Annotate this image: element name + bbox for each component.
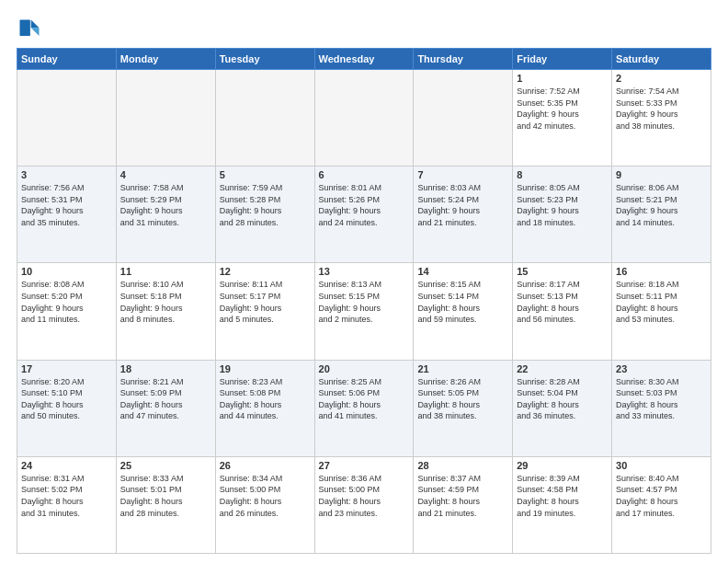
calendar-cell: 14Sunrise: 8:15 AM Sunset: 5:14 PM Dayli… <box>414 263 513 360</box>
day-info: Sunrise: 8:01 AM Sunset: 5:26 PM Dayligh… <box>319 182 410 228</box>
day-info: Sunrise: 8:40 AM Sunset: 4:57 PM Dayligh… <box>616 473 707 519</box>
calendar-cell: 24Sunrise: 8:31 AM Sunset: 5:02 PM Dayli… <box>17 456 117 553</box>
day-number: 15 <box>517 266 608 277</box>
day-info: Sunrise: 7:54 AM Sunset: 5:33 PM Dayligh… <box>616 86 707 132</box>
day-info: Sunrise: 8:37 AM Sunset: 4:59 PM Dayligh… <box>417 473 508 519</box>
calendar-cell: 11Sunrise: 8:10 AM Sunset: 5:18 PM Dayli… <box>116 263 215 360</box>
week-row-3: 10Sunrise: 8:08 AM Sunset: 5:20 PM Dayli… <box>17 263 711 360</box>
weekday-header-saturday: Saturday <box>612 49 711 70</box>
day-info: Sunrise: 8:31 AM Sunset: 5:02 PM Dayligh… <box>21 473 112 519</box>
day-info: Sunrise: 8:13 AM Sunset: 5:15 PM Dayligh… <box>319 279 410 325</box>
week-row-1: 1Sunrise: 7:52 AM Sunset: 5:35 PM Daylig… <box>17 70 711 167</box>
logo-icon <box>17 17 42 42</box>
week-row-2: 3Sunrise: 7:56 AM Sunset: 5:31 PM Daylig… <box>17 167 711 263</box>
calendar-cell: 19Sunrise: 8:23 AM Sunset: 5:08 PM Dayli… <box>215 360 314 456</box>
calendar-cell: 17Sunrise: 8:20 AM Sunset: 5:10 PM Dayli… <box>17 360 117 456</box>
week-row-4: 17Sunrise: 8:20 AM Sunset: 5:10 PM Dayli… <box>17 360 711 456</box>
weekday-header-tuesday: Tuesday <box>215 49 314 70</box>
day-info: Sunrise: 8:20 AM Sunset: 5:10 PM Dayligh… <box>21 376 112 422</box>
day-info: Sunrise: 8:25 AM Sunset: 5:06 PM Dayligh… <box>319 376 410 422</box>
day-number: 18 <box>120 363 211 374</box>
day-info: Sunrise: 8:05 AM Sunset: 5:23 PM Dayligh… <box>517 182 608 228</box>
calendar-cell: 28Sunrise: 8:37 AM Sunset: 4:59 PM Dayli… <box>414 456 513 553</box>
day-info: Sunrise: 7:52 AM Sunset: 5:35 PM Dayligh… <box>517 86 608 132</box>
calendar-cell <box>215 70 314 167</box>
day-info: Sunrise: 8:18 AM Sunset: 5:11 PM Dayligh… <box>616 279 707 325</box>
day-info: Sunrise: 7:58 AM Sunset: 5:29 PM Dayligh… <box>120 182 211 228</box>
day-number: 28 <box>417 460 508 471</box>
calendar-cell: 21Sunrise: 8:26 AM Sunset: 5:05 PM Dayli… <box>414 360 513 456</box>
calendar-cell: 1Sunrise: 7:52 AM Sunset: 5:35 PM Daylig… <box>513 70 612 167</box>
day-number: 20 <box>319 363 410 374</box>
day-number: 12 <box>220 266 311 277</box>
calendar-cell: 23Sunrise: 8:30 AM Sunset: 5:03 PM Dayli… <box>612 360 711 456</box>
week-row-5: 24Sunrise: 8:31 AM Sunset: 5:02 PM Dayli… <box>17 456 711 553</box>
day-number: 1 <box>517 73 608 84</box>
day-number: 17 <box>21 363 112 374</box>
day-number: 22 <box>517 363 608 374</box>
calendar-cell: 2Sunrise: 7:54 AM Sunset: 5:33 PM Daylig… <box>612 70 711 167</box>
calendar-cell <box>17 70 117 167</box>
day-info: Sunrise: 8:36 AM Sunset: 5:00 PM Dayligh… <box>319 473 410 519</box>
calendar-cell: 9Sunrise: 8:06 AM Sunset: 5:21 PM Daylig… <box>612 167 711 263</box>
day-number: 11 <box>120 266 211 277</box>
calendar-cell: 13Sunrise: 8:13 AM Sunset: 5:15 PM Dayli… <box>314 263 414 360</box>
calendar-cell <box>414 70 513 167</box>
weekday-header-wednesday: Wednesday <box>314 49 414 70</box>
day-number: 7 <box>417 169 508 180</box>
calendar-cell: 27Sunrise: 8:36 AM Sunset: 5:00 PM Dayli… <box>314 456 414 553</box>
day-number: 19 <box>220 363 311 374</box>
day-number: 23 <box>616 363 707 374</box>
calendar-cell: 5Sunrise: 7:59 AM Sunset: 5:28 PM Daylig… <box>215 167 314 263</box>
calendar-cell: 8Sunrise: 8:05 AM Sunset: 5:23 PM Daylig… <box>513 167 612 263</box>
day-number: 6 <box>319 169 410 180</box>
calendar-cell: 15Sunrise: 8:17 AM Sunset: 5:13 PM Dayli… <box>513 263 612 360</box>
calendar-cell: 30Sunrise: 8:40 AM Sunset: 4:57 PM Dayli… <box>612 456 711 553</box>
day-number: 27 <box>319 460 410 471</box>
calendar-cell: 6Sunrise: 8:01 AM Sunset: 5:26 PM Daylig… <box>314 167 414 263</box>
day-info: Sunrise: 8:30 AM Sunset: 5:03 PM Dayligh… <box>616 376 707 422</box>
day-number: 13 <box>319 266 410 277</box>
weekday-header-thursday: Thursday <box>414 49 513 70</box>
day-number: 4 <box>120 169 211 180</box>
day-info: Sunrise: 8:23 AM Sunset: 5:08 PM Dayligh… <box>220 376 311 422</box>
calendar-cell: 12Sunrise: 8:11 AM Sunset: 5:17 PM Dayli… <box>215 263 314 360</box>
calendar-cell: 16Sunrise: 8:18 AM Sunset: 5:11 PM Dayli… <box>612 263 711 360</box>
day-info: Sunrise: 8:06 AM Sunset: 5:21 PM Dayligh… <box>616 182 707 228</box>
day-number: 14 <box>417 266 508 277</box>
day-info: Sunrise: 7:59 AM Sunset: 5:28 PM Dayligh… <box>220 182 311 228</box>
day-number: 16 <box>616 266 707 277</box>
day-info: Sunrise: 8:17 AM Sunset: 5:13 PM Dayligh… <box>517 279 608 325</box>
day-number: 8 <box>517 169 608 180</box>
day-info: Sunrise: 8:15 AM Sunset: 5:14 PM Dayligh… <box>417 279 508 325</box>
day-info: Sunrise: 8:26 AM Sunset: 5:05 PM Dayligh… <box>417 376 508 422</box>
svg-marker-1 <box>31 28 40 36</box>
calendar-cell: 18Sunrise: 8:21 AM Sunset: 5:09 PM Dayli… <box>116 360 215 456</box>
calendar-cell: 22Sunrise: 8:28 AM Sunset: 5:04 PM Dayli… <box>513 360 612 456</box>
day-info: Sunrise: 8:28 AM Sunset: 5:04 PM Dayligh… <box>517 376 608 422</box>
day-number: 3 <box>21 169 112 180</box>
calendar-cell: 3Sunrise: 7:56 AM Sunset: 5:31 PM Daylig… <box>17 167 117 263</box>
day-info: Sunrise: 8:10 AM Sunset: 5:18 PM Dayligh… <box>120 279 211 325</box>
calendar-cell: 20Sunrise: 8:25 AM Sunset: 5:06 PM Dayli… <box>314 360 414 456</box>
weekday-header-friday: Friday <box>513 49 612 70</box>
weekday-header-row: SundayMondayTuesdayWednesdayThursdayFrid… <box>17 49 711 70</box>
day-number: 10 <box>21 266 112 277</box>
day-info: Sunrise: 8:21 AM Sunset: 5:09 PM Dayligh… <box>120 376 211 422</box>
day-number: 2 <box>616 73 707 84</box>
weekday-header-monday: Monday <box>116 49 215 70</box>
calendar-cell: 10Sunrise: 8:08 AM Sunset: 5:20 PM Dayli… <box>17 263 117 360</box>
day-info: Sunrise: 8:03 AM Sunset: 5:24 PM Dayligh… <box>417 182 508 228</box>
day-info: Sunrise: 7:56 AM Sunset: 5:31 PM Dayligh… <box>21 182 112 228</box>
calendar-cell: 25Sunrise: 8:33 AM Sunset: 5:01 PM Dayli… <box>116 456 215 553</box>
page: SundayMondayTuesdayWednesdayThursdayFrid… <box>0 0 728 563</box>
calendar-cell <box>314 70 414 167</box>
day-info: Sunrise: 8:08 AM Sunset: 5:20 PM Dayligh… <box>21 279 112 325</box>
calendar-cell: 4Sunrise: 7:58 AM Sunset: 5:29 PM Daylig… <box>116 167 215 263</box>
calendar-cell: 7Sunrise: 8:03 AM Sunset: 5:24 PM Daylig… <box>414 167 513 263</box>
day-info: Sunrise: 8:39 AM Sunset: 4:58 PM Dayligh… <box>517 473 608 519</box>
day-number: 21 <box>417 363 508 374</box>
calendar-cell: 26Sunrise: 8:34 AM Sunset: 5:00 PM Dayli… <box>215 456 314 553</box>
day-info: Sunrise: 8:11 AM Sunset: 5:17 PM Dayligh… <box>220 279 311 325</box>
calendar-table: SundayMondayTuesdayWednesdayThursdayFrid… <box>17 48 711 554</box>
